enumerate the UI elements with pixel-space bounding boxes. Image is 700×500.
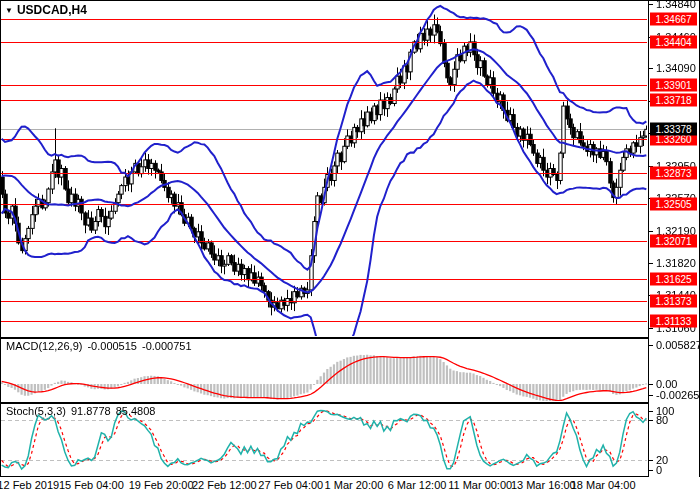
price-tick-label: 1.31820 (656, 257, 696, 269)
macd-signal-value: -0.000751 (142, 340, 192, 352)
price-level-badge: 1.31625 (650, 273, 697, 286)
stoch-name: Stoch(5,3,3) (6, 405, 66, 417)
price-level-badge: 1.32873 (650, 166, 697, 179)
price-tick-label: 1.34840 (656, 0, 696, 10)
time-axis-label: 27 Feb 04:00 (258, 479, 323, 491)
chart-canvas[interactable] (0, 0, 700, 500)
price-scale[interactable]: 1.348401.344601.340901.337101.333301.329… (649, 0, 700, 477)
price-level-badge: 1.32071 (650, 235, 697, 248)
price-level-badge: 1.31133 (650, 315, 697, 328)
stoch-tick-label: 0 (656, 464, 662, 476)
macd-name: MACD(12,26,9) (6, 340, 82, 352)
macd-indicator-label: MACD(12,26,9)-0.000515-0.000751 (6, 340, 197, 352)
price-level-badge: 1.31373 (650, 294, 697, 307)
bid-price-badge: 1.33378 (650, 123, 697, 136)
price-level-badge: 1.33901 (650, 78, 697, 91)
time-axis-label: 13 Mar 16:00 (511, 479, 576, 491)
price-level-badge: 1.34667 (650, 13, 697, 26)
stoch-d-value: 85.4808 (116, 405, 156, 417)
time-axis-label: 11 Mar 00:00 (448, 479, 512, 491)
stoch-indicator-label: Stoch(5,3,3)91.877885.4808 (6, 405, 160, 417)
price-tick-label: 1.34090 (656, 62, 696, 74)
time-scale[interactable]: 12 Feb 201915 Feb 04:0019 Feb 20:0022 Fe… (0, 477, 700, 500)
symbol-period-label: USDCAD,H4 (17, 3, 87, 17)
price-level-badge: 1.32505 (650, 197, 697, 210)
time-axis-label: 1 Mar 20:00 (325, 479, 384, 491)
symbol-dropdown-icon[interactable]: ▼ (5, 6, 13, 15)
time-axis-label: 19 Feb 20:00 (129, 479, 194, 491)
stoch-k-value: 91.8778 (71, 405, 111, 417)
macd-tick-label: 0.005827 (656, 339, 700, 351)
stoch-tick-label: 80 (656, 414, 668, 426)
price-level-badge: 1.34404 (650, 35, 697, 48)
time-axis-label: 18 Mar 04:00 (571, 479, 636, 491)
macd-main-value: -0.000515 (87, 340, 137, 352)
time-axis-label: 12 Feb 2019 (0, 479, 59, 491)
time-axis-label: 6 Mar 12:00 (388, 479, 447, 491)
time-axis-label: 15 Feb 04:00 (59, 479, 124, 491)
price-level-badge: 1.33718 (650, 94, 697, 107)
terminal-chart-window: ▼USDCAD,H4 MACD(12,26,9)-0.000515-0.0007… (0, 0, 700, 500)
time-axis-label: 22 Feb 12:00 (192, 479, 257, 491)
chart-title: ▼USDCAD,H4 (5, 3, 87, 17)
macd-tick-label: -0.002652 (656, 389, 700, 401)
